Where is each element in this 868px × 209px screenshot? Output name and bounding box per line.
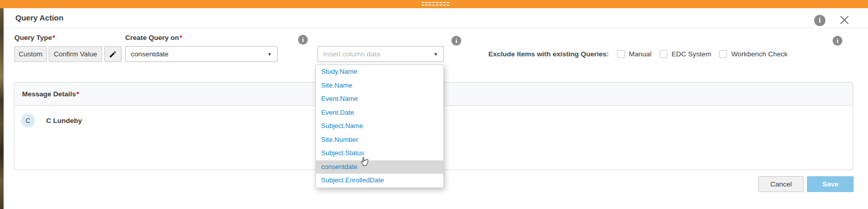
info-icon[interactable]: i [451,36,461,46]
author-name: C Lundeby [46,117,82,124]
insert-column-data-select[interactable]: Insert column data ▼ [318,46,444,62]
checkbox-label: Manual [629,50,652,58]
background-photo-sliver [0,8,4,209]
required-asterisk: * [52,34,55,41]
dropdown-option-label: Site.Name [321,81,352,89]
insert-column-dropdown-list: Study.NameSite.NameEvent.NameEvent.DateS… [315,65,444,188]
dropdown-option-label: Event.Name [321,95,358,102]
dropdown-option[interactable]: Subject.EnrolledDate [316,174,443,187]
exclude-query-checkbox-item[interactable]: Manual [617,50,652,58]
dropdown-option[interactable]: Subject.Status [316,147,443,160]
dropdown-option[interactable]: Site.Name [316,79,443,93]
page-title: Query Action [15,13,64,22]
info-icon[interactable]: i [814,15,825,26]
drag-grip-icon[interactable] [422,2,450,6]
query-type-confirm-value-button[interactable]: Confirm Value [49,46,102,62]
screen: Query Action i Query Type* Custom Confir… [0,0,868,209]
avatar: C [21,114,35,128]
dropdown-option[interactable]: consentdate [316,160,443,174]
chevron-down-icon: ▼ [433,52,438,57]
create-query-on-select[interactable]: consentdate ▼ [125,46,278,62]
checkbox-label: Workbench Check [731,50,787,58]
query-action-dialog: Query Action i Query Type* Custom Confir… [4,8,868,209]
info-icon[interactable]: i [298,35,308,45]
query-type-label: Query Type* [14,34,55,41]
dropdown-option-label: Subject.Name [321,122,363,130]
create-query-on-label: Create Query on* [125,34,182,41]
checkbox-icon[interactable] [719,50,727,58]
create-query-on-value: consentdate [131,50,169,58]
chevron-down-icon: ▼ [267,52,272,57]
dropdown-option[interactable]: Study.Name [316,65,443,79]
dropdown-option-label: Site.Number [321,136,358,143]
exclude-queries-group: Exclude Items with existing Queries: Man… [488,46,787,62]
save-button[interactable]: Save [807,176,854,192]
cancel-button[interactable]: Cancel [758,176,804,192]
dropdown-option[interactable]: Subject.Name [316,119,443,133]
dropdown-option[interactable]: Site.Number [316,133,443,147]
dropdown-option-label: Subject.Status [321,149,364,157]
dropdown-option[interactable]: Event.Date [316,106,443,120]
modal-drag-bar[interactable] [0,0,868,8]
dropdown-option[interactable]: Event.Name [316,92,443,106]
exclude-query-checkbox-item[interactable]: Workbench Check [719,50,787,58]
exclude-query-checkbox-item[interactable]: EDC System [660,50,711,58]
dialog-header: Query Action i [4,8,868,28]
insert-column-data-placeholder: Insert column data [323,50,380,58]
exclude-queries-label: Exclude Items with existing Queries: [488,50,609,58]
required-asterisk: * [180,34,182,41]
checkbox-icon[interactable] [660,50,667,58]
checkbox-icon[interactable] [617,50,625,58]
close-icon[interactable] [838,14,851,26]
pencil-icon[interactable] [104,46,122,62]
dropdown-option-label: Event.Date [321,109,354,116]
exclude-queries-options: Manual EDC System Workbench Check [617,50,788,58]
info-icon[interactable]: i [833,36,842,46]
dropdown-option-label: Subject.EnrolledDate [321,176,384,184]
dropdown-option-label: Study.Name [321,68,358,75]
dropdown-option-label: consentdate [321,163,358,171]
required-asterisk: * [76,90,79,98]
checkbox-label: EDC System [672,50,711,58]
query-type-custom-button[interactable]: Custom [14,46,47,62]
